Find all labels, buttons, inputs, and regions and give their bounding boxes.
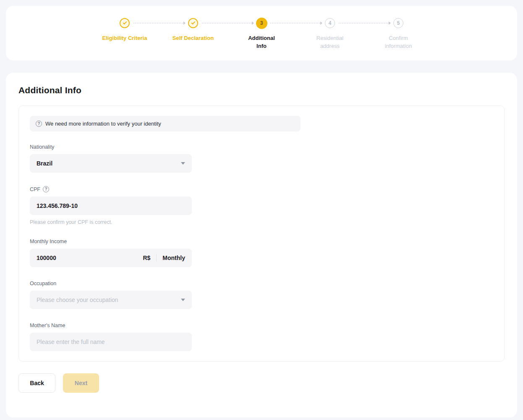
stepper-card: Eligibility Criteria Self Declaration 3 … <box>6 6 517 60</box>
step-circle-done <box>188 18 198 28</box>
step-connector <box>270 23 322 24</box>
nationality-select[interactable]: Brazil <box>30 154 192 173</box>
cpf-hint: Please confirm your CPF is correct. <box>30 219 192 225</box>
period-label: Monthly <box>162 255 185 261</box>
step-additional-info: 3 Additional Info <box>228 17 296 50</box>
occupation-select[interactable]: Please choose your occupation <box>30 291 192 309</box>
step-residential-address: 4 Residential address <box>296 17 364 50</box>
form-container: ? We need more information to verify you… <box>18 105 505 362</box>
nationality-label: Nationality <box>30 144 192 150</box>
monthly-income-label: Monthly Income <box>30 239 192 244</box>
step-circle-done <box>120 18 130 28</box>
step-eligibility-criteria: Eligibility Criteria <box>91 17 159 50</box>
field-monthly-income: Monthly Income R$ Monthly <box>30 239 192 267</box>
monthly-income-control: R$ Monthly <box>30 249 192 267</box>
step-connector <box>133 23 185 24</box>
field-mothers-name: Mother's Name <box>30 323 192 351</box>
step-label: Additional Info <box>245 34 278 50</box>
nationality-value: Brazil <box>37 160 181 167</box>
occupation-placeholder: Please choose your occupation <box>37 297 181 303</box>
currency-label: R$ <box>143 255 150 261</box>
step-label: Confirm information <box>379 34 418 50</box>
field-cpf: CPF ? Please confirm your CPF is correct… <box>30 186 192 225</box>
mothers-name-input[interactable] <box>30 333 192 351</box>
step-connector <box>339 23 390 24</box>
step-label: Eligibility Criteria <box>102 34 147 42</box>
back-button[interactable]: Back <box>18 373 55 393</box>
cpf-input[interactable] <box>30 197 192 215</box>
field-nationality: Nationality Brazil <box>30 144 192 173</box>
cpf-label: CPF ? <box>30 186 192 192</box>
chevron-down-icon <box>181 299 185 301</box>
mothers-name-label: Mother's Name <box>30 323 192 328</box>
occupation-label: Occupation <box>30 281 192 286</box>
next-button[interactable]: Next <box>63 373 99 393</box>
additional-info-card: Additional Info ? We need more informati… <box>6 73 517 417</box>
cpf-label-text: CPF <box>30 186 40 192</box>
divider <box>156 254 157 262</box>
step-label: Residential address <box>311 34 349 50</box>
monthly-income-input[interactable] <box>37 255 143 261</box>
step-row: Eligibility Criteria Self Declaration 3 … <box>91 17 433 50</box>
step-label: Self Declaration <box>173 34 214 42</box>
step-circle-upcoming: 5 <box>393 18 403 28</box>
check-icon <box>191 21 195 25</box>
check-icon <box>123 21 127 25</box>
step-circle-active: 3 <box>256 18 267 29</box>
step-connector <box>202 23 253 24</box>
field-occupation: Occupation Please choose your occupation <box>30 281 192 309</box>
step-self-declaration: Self Declaration <box>159 17 228 50</box>
stepper: Eligibility Criteria Self Declaration 3 … <box>91 17 433 50</box>
info-banner: ? We need more information to verify you… <box>30 116 301 131</box>
page-title: Additional Info <box>18 85 505 95</box>
form-actions: Back Next <box>18 373 505 393</box>
step-confirm-information: 5 Confirm information <box>364 17 433 50</box>
chevron-down-icon <box>181 162 185 165</box>
info-banner-text: We need more information to verify your … <box>45 121 161 127</box>
step-circle-upcoming: 4 <box>325 18 335 28</box>
question-circle-icon[interactable]: ? <box>43 186 49 192</box>
question-circle-icon: ? <box>36 121 42 127</box>
